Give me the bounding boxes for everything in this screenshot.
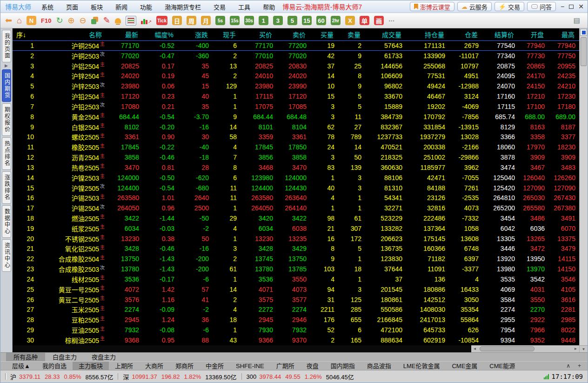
table-row[interactable]: 13热卷2505主34700.8128834683470831393606301…: [13, 162, 579, 173]
month-button[interactable]: 月: [201, 16, 211, 25]
tab-all-products[interactable]: 所有品种: [6, 353, 45, 361]
sidebar-expand-icon[interactable]: ▶: [5, 64, 8, 68]
column-header-1[interactable]: 名称: [37, 30, 107, 39]
column-header-14[interactable]: 开盘: [519, 30, 548, 39]
menu-system[interactable]: 系统: [41, 2, 53, 11]
table-row[interactable]: 18燃油2505主3422-1.44-502934203422986152322…: [13, 213, 579, 223]
1min-button[interactable]: 1: [259, 16, 268, 25]
column-config-button[interactable]: [580, 29, 587, 36]
sidebar-tab-my-pages[interactable]: 我的页面: [2, 30, 11, 62]
table-row[interactable]: 14沪镍2503主124000-0.50-6206123980124000138…: [13, 173, 579, 183]
column-header-6[interactable]: 买价: [241, 30, 277, 39]
cloud-service-button[interactable]: ☁云服务: [457, 2, 492, 11]
menu-news[interactable]: 新闻: [115, 2, 127, 11]
table-row[interactable]: 3沪铝2504主208250.1735132082520830372514465…: [13, 61, 579, 71]
3min-button[interactable]: 3: [273, 16, 283, 25]
table-row[interactable]: 10螺纹2505主33610.9030583359336178789123773…: [13, 132, 579, 142]
column-header-10[interactable]: 成交量: [365, 30, 406, 39]
f10-button[interactable]: F10: [41, 17, 51, 24]
column-header-2[interactable]: 最新: [107, 30, 143, 39]
tab-shfe[interactable]: 上期所: [109, 362, 139, 370]
menu-bohai-column[interactable]: 渤海期货专栏: [165, 2, 201, 11]
more-button[interactable]: ⋯: [388, 17, 394, 24]
table-row[interactable]: 11橡胶2505主17845-0.22-40417845178502414470…: [13, 142, 579, 152]
5min-button[interactable]: 5: [287, 16, 297, 25]
table-row[interactable]: 4沪锌2504主240200.1945224010240201481066097…: [13, 71, 579, 81]
tab-day-main[interactable]: 白盘主力: [45, 353, 84, 361]
back-icon[interactable]: ⬅: [5, 16, 12, 25]
column-header-12[interactable]: 仓差: [449, 30, 482, 39]
tab-shfe-ine[interactable]: SHFE-INE: [230, 362, 270, 370]
sidebar-tab-hot-ranking[interactable]: 热点排名: [2, 137, 11, 170]
vertical-scrollbar[interactable]: ▼: [579, 28, 588, 352]
5s-button[interactable]: 5s: [215, 16, 225, 25]
chart-icon[interactable]: ↗: [141, 17, 152, 24]
table-row[interactable]: 24线材2505主3536-0.17-613536355041371364353…: [13, 274, 579, 284]
table-row[interactable]: 15沪镍2505次124400-0.54-6801112440012443040…: [13, 183, 579, 193]
table-row[interactable]: 8黄金2504主684.44-0.54-3.709684.44684.48311…: [13, 112, 579, 122]
table-row[interactable]: 6沪铅2504主171200.2340117115171201553367046…: [13, 91, 579, 101]
15min-button[interactable]: 15: [302, 16, 312, 25]
column-header-5[interactable]: 现手: [213, 30, 241, 39]
zoom-out-icon[interactable]: ⊖: [80, 16, 87, 25]
column-header-15[interactable]: 最高: [548, 30, 579, 39]
table-row[interactable]: 9白银2504主8102-0.20-1614810181046227832367…: [13, 122, 579, 132]
15s-button[interactable]: 15s: [230, 16, 240, 25]
tab-main-board[interactable]: 主力板块: [73, 362, 109, 370]
tab-night-main[interactable]: 夜盘主力: [84, 353, 123, 361]
scroll-right-icon[interactable]: ►: [572, 347, 579, 351]
sidebar-tab-data-center[interactable]: 数据中心: [2, 205, 11, 238]
tab-commodity-vol-index[interactable]: 商品波指: [361, 362, 397, 370]
menu-trade[interactable]: 交易: [214, 2, 226, 11]
news-icon[interactable]: N: [27, 16, 36, 25]
right-panel-toggle-icon[interactable]: ▤: [574, 16, 580, 25]
table-row[interactable]: 22合成橡胶2504主13750-1.43-200213745137509112…: [13, 254, 579, 264]
table-row[interactable]: 12沥青2504主3858-0.46-187385638583502183252…: [13, 152, 579, 162]
close-button[interactable]: ✕: [578, 3, 584, 10]
tab-dce[interactable]: 大商所: [139, 362, 169, 370]
tab-night[interactable]: 夜盘: [301, 362, 325, 370]
column-header-3[interactable]: 幅度%: [143, 30, 178, 39]
refresh-icon[interactable]: ↻: [56, 16, 63, 25]
trade-button[interactable]: ⚡交易: [494, 2, 524, 11]
column-header-13[interactable]: 结算价: [482, 30, 519, 39]
table-row[interactable]: 16沪锡2503主2635801.01264011263580263640415…: [13, 193, 579, 203]
tab-level[interactable]: 层级▲: [6, 362, 36, 370]
2hr-button[interactable]: 2hr: [331, 16, 341, 25]
x-button[interactable]: X: [345, 16, 355, 25]
60min-button[interactable]: 60: [316, 16, 326, 25]
sidebar-tab-change-ranking[interactable]: 涨跌排名: [2, 171, 11, 204]
table-row[interactable]: 20不锈钢2505主132300.38501132301323516172206…: [13, 234, 579, 244]
menu-function[interactable]: 功能: [140, 2, 152, 11]
draw-button[interactable]: 画: [374, 16, 384, 25]
pencil-icon[interactable]: ✎: [103, 16, 110, 25]
table-row[interactable]: 2沪铜2503次77020-0.47-360277010770204296173…: [13, 51, 579, 61]
sidebar-tab-options-quotes[interactable]: 期权报价: [2, 103, 11, 136]
table-row[interactable]: 25黄豆一号2505主40721.42571440714073943201545…: [13, 284, 579, 295]
layers-icon[interactable]: [91, 17, 99, 24]
scroll-down-icon[interactable]: ▼: [580, 345, 588, 352]
qa-button[interactable]: ···问答: [527, 2, 556, 11]
order-button[interactable]: 单: [360, 16, 369, 25]
column-header-0[interactable]: 序↓: [13, 30, 37, 39]
cloud-class-button[interactable]: 澎博云课堂: [410, 2, 454, 11]
menu-tools[interactable]: 工具: [238, 2, 250, 11]
sidebar-tab-info-center[interactable]: 资讯中心: [2, 239, 11, 272]
tab-gfex[interactable]: 广期所: [270, 362, 301, 370]
horizontal-scrollbar[interactable]: ◄ ►: [471, 345, 579, 352]
maximize-button[interactable]: [569, 3, 574, 10]
table-row[interactable]: 21氧化铝2505主3428-0.46-16334283429851367351…: [13, 244, 579, 254]
tick-button[interactable]: Tick: [156, 16, 167, 25]
table-row[interactable]: 29豆油2505主7932-0.08-617930793252647210064…: [13, 325, 579, 335]
table-row[interactable]: 17沪锡2504次2640500.96250012640502641401132…: [13, 203, 579, 213]
day-button[interactable]: 日: [172, 16, 182, 25]
tab-domestic-index-futures[interactable]: 国内期指: [325, 362, 361, 370]
tab-cme-metals[interactable]: CME金属: [446, 362, 483, 370]
home-icon[interactable]: ⌂: [17, 16, 22, 25]
column-header-11[interactable]: 持仓量: [406, 30, 449, 39]
table-row[interactable]: 5沪锌2503次239800.0615129239802399010996802…: [13, 81, 579, 91]
table-row[interactable]: 23合成橡胶2503次13780-1.43-200611378013785103…: [13, 264, 579, 274]
zoom-in-icon[interactable]: ⊕: [67, 16, 74, 25]
table-row[interactable]: 28豆粕2505主29451.2436182945294617665521668…: [13, 315, 579, 325]
menu-help[interactable]: 帮助: [263, 2, 275, 11]
